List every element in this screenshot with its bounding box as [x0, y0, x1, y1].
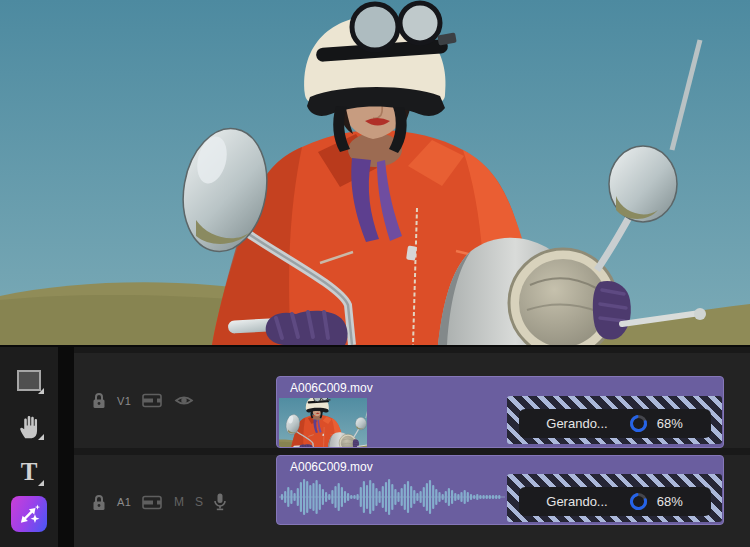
lock-icon[interactable] — [92, 392, 106, 409]
track-v1-label[interactable]: V1 — [117, 395, 131, 407]
tool-flyout-triangle — [38, 434, 44, 440]
selection-tool-button[interactable] — [10, 361, 48, 399]
track-v1-header: V1 — [92, 353, 194, 448]
ai-gradient-button — [11, 496, 47, 532]
audio-clip[interactable]: A006C009.mov Gerando... 68% — [276, 455, 724, 525]
lock-icon[interactable] — [92, 494, 106, 511]
eye-icon[interactable] — [174, 393, 194, 408]
timeline-panel: T — [0, 345, 750, 547]
solo-button[interactable]: S — [195, 495, 203, 509]
progress-label: Gerando... — [546, 494, 607, 509]
generating-region-video: Gerando... 68% — [507, 396, 722, 444]
video-clip-title: A006C009.mov — [290, 381, 373, 395]
video-clip-thumbnail — [279, 398, 367, 447]
video-clip[interactable]: A006C009.mov Gerando... 68% — [276, 376, 724, 448]
tool-flyout-triangle — [38, 480, 44, 486]
video-editor-window: T — [0, 0, 750, 547]
program-monitor — [0, 0, 750, 345]
track-target-icon[interactable] — [142, 393, 163, 408]
hand-tool-button[interactable] — [10, 407, 48, 445]
type-glyph: T — [21, 458, 38, 485]
progress-percent: 68% — [657, 416, 683, 431]
audio-waveform — [279, 472, 505, 522]
progress-spinner-icon — [629, 492, 648, 511]
generating-region-audio: Gerando... 68% — [507, 474, 722, 522]
track-a1-header: A1 M S — [92, 455, 226, 547]
track-target-icon[interactable] — [142, 495, 163, 510]
tool-flyout-triangle — [38, 388, 44, 394]
track-a1-label[interactable]: A1 — [117, 496, 131, 508]
progress-badge-video: Gerando... 68% — [519, 409, 711, 438]
type-tool-button[interactable]: T — [10, 453, 48, 491]
generative-extend-tool-button[interactable] — [10, 495, 48, 533]
progress-label: Gerando... — [546, 416, 607, 431]
progress-spinner-icon — [629, 414, 648, 433]
panel-divider — [58, 347, 74, 547]
sparkle-arrows-icon — [16, 501, 42, 527]
progress-badge-audio: Gerando... 68% — [519, 487, 711, 516]
preview-frame — [0, 0, 750, 345]
progress-percent: 68% — [657, 494, 683, 509]
tools-sidebar: T — [0, 347, 58, 547]
mute-button[interactable]: M — [174, 495, 184, 509]
mic-icon[interactable] — [214, 493, 226, 511]
